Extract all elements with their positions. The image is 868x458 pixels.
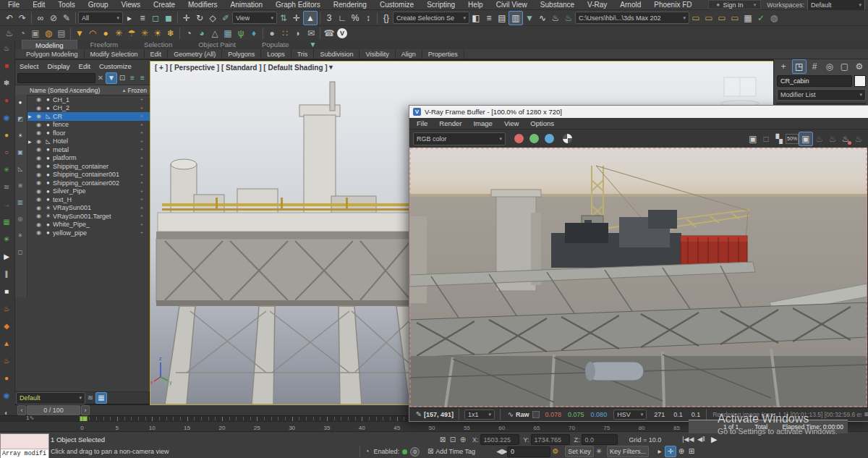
object-name-field[interactable]: CR_cabin [777,75,852,87]
explorer-search-input[interactable] [17,73,95,83]
set-key-button[interactable]: Set Key [565,446,594,457]
expand-arrow-icon[interactable]: ▶ [28,139,34,144]
visibility-eye-icon[interactable]: ◉ [34,155,43,161]
frozen-toggle-icon[interactable]: + [134,179,150,186]
vfb-menu-image[interactable]: Image [467,119,498,127]
import-folder-icon[interactable]: ▭ [689,12,702,25]
curve-icon[interactable]: ∿ [506,410,516,420]
material-editor-icon[interactable]: ♨ [562,12,575,25]
vfb-channel-dropdown[interactable]: RGB color▾ [413,132,506,145]
vfb-menu-file[interactable]: File [411,119,433,127]
viewport-funnel-icon[interactable]: ▼ [328,64,334,71]
time-tag-icon[interactable]: ⊠ [425,446,435,457]
burst-icon[interactable]: ❄ [164,27,177,40]
vfb-log-icon[interactable]: ≡ [861,410,868,420]
clapper-icon[interactable]: ▤ [55,27,68,40]
waves-icon[interactable]: ≋ [1,182,12,192]
display-containers-icon[interactable]: ◻ [15,247,25,258]
select-scale-icon[interactable]: ◇ [206,12,219,25]
funnel-yellow-icon[interactable]: ▼ [73,27,86,40]
pan-hand-icon[interactable]: ✛ [665,446,676,457]
display-lights-icon[interactable]: ☀ [15,131,25,141]
vfb-resolution-icon[interactable]: 50% [786,134,799,144]
phoenix-fire-icon[interactable]: ♨ [1,304,12,314]
frozen-toggle-icon[interactable]: + [134,229,150,236]
vfb-region-render-icon[interactable]: ▣ [799,132,813,146]
visibility-eye-icon[interactable]: ◉ [34,171,43,178]
display-cameras-icon[interactable]: ▣ [15,148,25,158]
clear-search-icon[interactable]: ✕ [95,73,106,83]
visibility-eye-icon[interactable]: ◉ [34,122,43,128]
play-icon[interactable]: ▶ [1,252,12,262]
expand-tree-icon[interactable]: ≡ [127,73,137,83]
selection-filter-dropdown[interactable]: All▾ [78,12,123,24]
vfb-save-icon[interactable]: ▣ [746,132,760,145]
explorer-row-Silver_Pipe[interactable]: ◉●Silver_Pipe+ [27,187,150,196]
raw-checkbox[interactable] [532,411,540,418]
vfb-clear-icon[interactable]: □ [760,132,773,145]
menu-v-ray[interactable]: V-Ray [581,1,613,9]
phone-icon[interactable]: ☎ [323,27,336,40]
preset-dropdown[interactable]: Default▾ [16,392,85,404]
visibility-eye-icon[interactable]: ◉ [34,188,43,195]
visibility-eye-icon[interactable]: ◉ [34,146,43,153]
ribbon-panel-properties[interactable]: Properties [422,49,464,59]
explorer-row-Shipping_container[interactable]: ◉●Shipping_container+ [27,162,150,171]
checker-icon[interactable]: ▦ [221,27,234,40]
green-burst-icon[interactable]: ✳ [1,234,12,245]
menu-edit[interactable]: Edit [26,1,51,9]
display-shapes-icon[interactable]: ◺ [15,164,25,174]
display-settings-icon[interactable]: ▦ [741,12,754,25]
display-folder-icon[interactable]: ◩ [15,114,25,124]
ribbon-panel-polygon-modeling[interactable]: Polygon Modeling [20,49,85,59]
hierarchy-tab-icon[interactable]: # [808,60,821,73]
frozen-toggle-icon[interactable]: + [134,146,150,153]
blue-drop-icon[interactable]: ◉ [1,113,12,123]
spinner-snap-icon[interactable]: ↕ [362,12,375,25]
vfb-stop-render-icon[interactable]: ♨ [839,132,852,145]
display-materials-icon[interactable]: ▥ [15,198,25,208]
ribbon-panel-loops[interactable]: Loops [261,49,292,59]
alpha-channel-toggle[interactable] [563,134,572,143]
ribbon-panel-geometry-all-[interactable]: Geometry (All) [168,49,222,59]
phoenix-flame2-icon[interactable]: ♨ [1,356,12,366]
ribbon-tab-freeform[interactable]: Freeform [77,40,132,49]
scene-explorer-active-icon[interactable]: ▥ [509,11,523,25]
menu-help[interactable]: Help [461,1,490,9]
isolate-selection-icon[interactable]: ⊠ [438,435,448,445]
vfb-menu-options[interactable]: Options [524,119,560,127]
chat-icon[interactable]: ✉ [305,27,318,40]
green-flower-icon[interactable]: ✳ [1,165,12,175]
zoom-tool-icon[interactable]: ⊕ [676,446,686,457]
frozen-toggle-icon[interactable]: + [134,205,150,211]
sphere-yellow-icon[interactable]: ● [99,27,112,40]
ribbon-tab-populate[interactable]: Populate [249,40,302,49]
vfb-track-mouse-icon[interactable]: ▚ [773,132,786,145]
visibility-eye-icon[interactable]: ◉ [34,229,43,236]
ribbon-panel-polygons[interactable]: Polygons [222,49,261,59]
go-to-start-icon[interactable]: |◀◀ [681,433,694,446]
visibility-eye-icon[interactable]: ◉ [34,179,43,186]
workspace-dropdown[interactable]: Default▾ [807,0,865,11]
explorer-row-VRaySun001[interactable]: ◉☀VRaySun001+ [27,204,150,213]
modify-tab-icon[interactable]: ◳ [792,59,807,74]
vfb-render-last-icon[interactable]: ♨ [826,132,839,145]
current-frame-field[interactable]: 0 [507,446,550,457]
y-coordinate-field[interactable]: 1734.765 [531,434,570,445]
explorer-menu-customize[interactable]: Customize [99,62,132,70]
lock-explorer-icon[interactable]: ⊡ [117,73,127,83]
explorer-row-VRaySun001.Target[interactable]: ◉☀VRaySun001.Target+ [27,212,150,221]
undo-icon[interactable]: ↶ [3,12,16,25]
previous-frame-icon[interactable]: ◀‖ [694,433,707,446]
menu-graph-editors[interactable]: Graph Editors [269,1,327,9]
time-slider-prev-button[interactable]: ‹ [17,405,26,415]
menu-phoenix-fd[interactable]: Phoenix FD [647,1,698,9]
ribbon-minimize-icon[interactable]: ▼ [307,40,318,50]
select-rotate-icon[interactable]: ↻ [193,12,206,25]
green-checker-icon[interactable]: ▦ [1,217,12,227]
menu-tools[interactable]: Tools [51,1,81,9]
menu-substance[interactable]: Substance [534,1,581,9]
time-slider-next-button[interactable]: › [81,405,90,415]
sun-icon[interactable]: ☀ [151,27,164,40]
frame-step-icon[interactable]: ◀▶ [497,446,507,457]
